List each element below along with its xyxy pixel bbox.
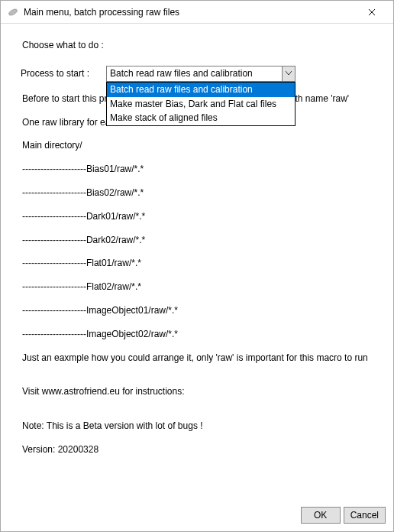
- process-dropdown: Batch read raw files and calibration Mak…: [106, 82, 296, 126]
- dropdown-item[interactable]: Make stack of aligned files: [107, 111, 295, 125]
- button-bar: OK Cancel: [1, 499, 393, 531]
- svg-point-0: [8, 8, 18, 16]
- dropdown-item[interactable]: Make master Bias, Dark and Flat cal file…: [107, 97, 295, 112]
- text-line: Note: This is a Beta version with lot of…: [22, 420, 372, 433]
- dialog-window: Main menu, batch processing raw files Ch…: [0, 0, 394, 532]
- text-line: ---------------------Bias02/raw/*.*: [22, 187, 372, 200]
- text-line: ---------------------Bias01/raw/*.*: [22, 163, 372, 176]
- chevron-down-icon[interactable]: [282, 66, 295, 81]
- combo-selected-text: Batch read raw files and calibration: [107, 67, 282, 80]
- dropdown-item[interactable]: Batch read raw files and calibration: [107, 83, 295, 97]
- text-line: Visit www.astrofriend.eu for instruction…: [22, 385, 372, 398]
- process-combobox[interactable]: Batch read raw files and calibration: [106, 66, 296, 82]
- cancel-button[interactable]: Cancel: [344, 507, 386, 524]
- ok-button[interactable]: OK: [301, 507, 341, 524]
- window-title: Main menu, batch processing raw files: [24, 7, 357, 18]
- process-label: Process to start :: [21, 67, 106, 80]
- text-line: Just an eaxmple how you could arrange it…: [22, 352, 372, 365]
- body-text: Before to start this process, save each …: [22, 92, 372, 456]
- choose-label: Choose what to do :: [22, 39, 372, 52]
- text-line: Main directory/: [22, 139, 372, 152]
- app-icon: [7, 6, 19, 18]
- text-line: ---------------------Dark01/raw/*.*: [22, 210, 372, 223]
- titlebar: Main menu, batch processing raw files: [1, 1, 393, 24]
- process-row: Process to start : Batch read raw files …: [22, 66, 372, 82]
- text-line: ---------------------ImageObject01/raw/*…: [22, 304, 372, 317]
- text-line: ---------------------ImageObject02/raw/*…: [22, 328, 372, 341]
- process-combo: Batch read raw files and calibration Bat…: [106, 66, 296, 82]
- text-line: ---------------------Flat02/raw/*.*: [22, 281, 372, 294]
- text-line: ---------------------Dark02/raw/*.*: [22, 234, 372, 247]
- text-line: ---------------------Flat01/raw/*.*: [22, 257, 372, 270]
- close-button[interactable]: [357, 2, 387, 23]
- content-area: Choose what to do : Process to start : B…: [1, 24, 393, 499]
- text-line: Version: 20200328: [22, 443, 372, 456]
